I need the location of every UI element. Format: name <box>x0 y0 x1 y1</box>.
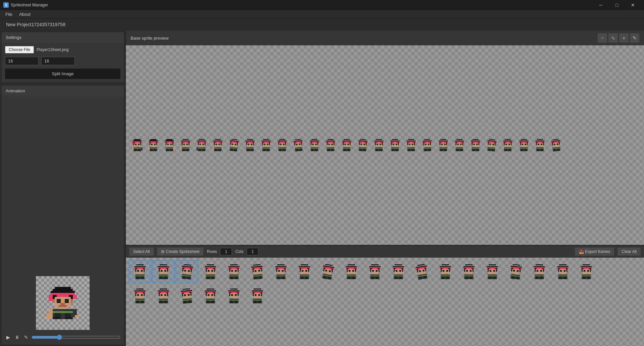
create-spritesheet-button[interactable]: ⊞ Create Spritesheet <box>157 248 203 256</box>
base-sprite-cell <box>178 137 194 153</box>
frame-cell[interactable] <box>504 260 527 283</box>
split-image-button[interactable]: Split Image <box>5 69 120 79</box>
frame-cell[interactable] <box>481 260 504 283</box>
frame-cell[interactable] <box>222 260 245 283</box>
frame-cell[interactable] <box>246 285 269 307</box>
svg-rect-261 <box>425 144 427 145</box>
frame-cell[interactable] <box>246 260 269 283</box>
svg-rect-59 <box>166 140 174 140</box>
base-sprite-cell <box>306 137 323 153</box>
svg-rect-218 <box>363 149 365 151</box>
svg-rect-442 <box>282 270 284 272</box>
frame-cell[interactable] <box>528 260 551 283</box>
svg-rect-661 <box>235 301 238 303</box>
minimize-button[interactable]: ─ <box>593 0 608 10</box>
frame-cell[interactable] <box>199 260 222 283</box>
svg-rect-171 <box>311 139 317 140</box>
svg-rect-349 <box>537 149 539 151</box>
svg-rect-278 <box>444 149 446 151</box>
close-button[interactable]: ✕ <box>625 0 641 10</box>
frame-cell[interactable] <box>316 260 339 283</box>
svg-rect-253 <box>408 149 410 151</box>
frame-cell[interactable] <box>340 260 363 283</box>
svg-rect-255 <box>424 139 430 140</box>
export-frames-button[interactable]: 📤 Export frames <box>575 248 614 256</box>
base-sprite-cell <box>419 137 435 153</box>
svg-rect-238 <box>393 144 394 145</box>
svg-rect-469 <box>323 276 326 279</box>
svg-rect-14 <box>71 299 73 303</box>
svg-rect-180 <box>311 148 318 149</box>
frame-cell[interactable] <box>176 260 198 283</box>
frame-cell[interactable] <box>152 260 175 283</box>
frame-cell[interactable] <box>387 260 410 283</box>
svg-rect-95 <box>196 147 198 150</box>
brush-button[interactable]: ✎ <box>23 333 30 341</box>
svg-rect-84 <box>186 149 189 151</box>
svg-rect-68 <box>166 148 174 149</box>
maximize-button[interactable]: □ <box>609 0 625 10</box>
menu-file[interactable]: File <box>3 11 15 17</box>
create-spritesheet-icon: ⊞ <box>161 249 164 254</box>
animation-speed-slider[interactable] <box>32 335 120 340</box>
svg-rect-141 <box>267 144 268 145</box>
svg-rect-374 <box>141 276 144 279</box>
select-all-button[interactable]: Select All <box>129 248 154 256</box>
clear-all-label: Clear All <box>622 249 637 254</box>
frame-cell[interactable] <box>434 260 457 283</box>
svg-rect-429 <box>254 270 256 272</box>
zoom-out-button[interactable]: − <box>598 33 607 43</box>
pencil-tool-button[interactable]: ✎ <box>630 33 639 43</box>
svg-rect-673 <box>254 301 256 303</box>
pause-button[interactable]: ⏸ <box>13 333 21 341</box>
svg-rect-577 <box>536 276 538 279</box>
svg-rect-43 <box>138 149 140 151</box>
width-input[interactable] <box>5 57 39 65</box>
svg-rect-480 <box>347 275 356 276</box>
frame-cell[interactable] <box>575 260 598 283</box>
svg-rect-202 <box>347 144 349 145</box>
clear-all-button[interactable]: Clear All <box>617 248 641 256</box>
frame-cell[interactable] <box>293 260 316 283</box>
svg-rect-457 <box>305 276 308 279</box>
svg-rect-243 <box>408 139 414 140</box>
svg-rect-529 <box>442 276 444 279</box>
frame-cell[interactable] <box>269 260 292 283</box>
choose-file-button[interactable]: Choose File <box>5 46 34 53</box>
frame-cell[interactable] <box>457 260 480 283</box>
svg-rect-225 <box>377 144 378 145</box>
svg-rect-613 <box>136 301 139 303</box>
svg-rect-369 <box>137 270 139 272</box>
base-sprite-cell <box>548 137 564 153</box>
frame-cell[interactable] <box>152 285 175 307</box>
rows-input[interactable] <box>220 248 232 255</box>
svg-rect-411 <box>230 264 238 265</box>
svg-rect-514 <box>423 269 425 271</box>
frame-cell[interactable] <box>176 285 198 307</box>
play-button[interactable]: ▶ <box>5 333 11 341</box>
svg-rect-602 <box>587 276 590 279</box>
fit-button[interactable]: ⤡ <box>608 33 618 43</box>
cols-input[interactable] <box>247 248 258 255</box>
frame-cell[interactable] <box>222 285 245 307</box>
frame-cell[interactable] <box>410 260 433 283</box>
frame-cell[interactable] <box>551 260 574 283</box>
frame-cell[interactable] <box>199 285 222 307</box>
frame-cell[interactable] <box>129 260 151 283</box>
svg-rect-398 <box>187 276 190 279</box>
svg-rect-566 <box>516 276 519 279</box>
svg-rect-154 <box>283 144 285 145</box>
svg-rect-104 <box>215 144 217 145</box>
height-input[interactable] <box>41 57 75 65</box>
svg-rect-291 <box>473 139 479 140</box>
base-sprite-cell <box>387 137 403 153</box>
zoom-in-button[interactable]: + <box>619 33 629 43</box>
menu-about[interactable]: About <box>16 11 33 17</box>
frame-cell[interactable] <box>129 285 151 307</box>
svg-rect-590 <box>559 276 562 279</box>
svg-rect-625 <box>164 301 167 303</box>
svg-rect-97 <box>199 149 201 151</box>
frame-cell[interactable] <box>363 260 386 283</box>
base-sprite-cell <box>129 137 145 153</box>
sprite-preview-canvas <box>36 276 90 330</box>
